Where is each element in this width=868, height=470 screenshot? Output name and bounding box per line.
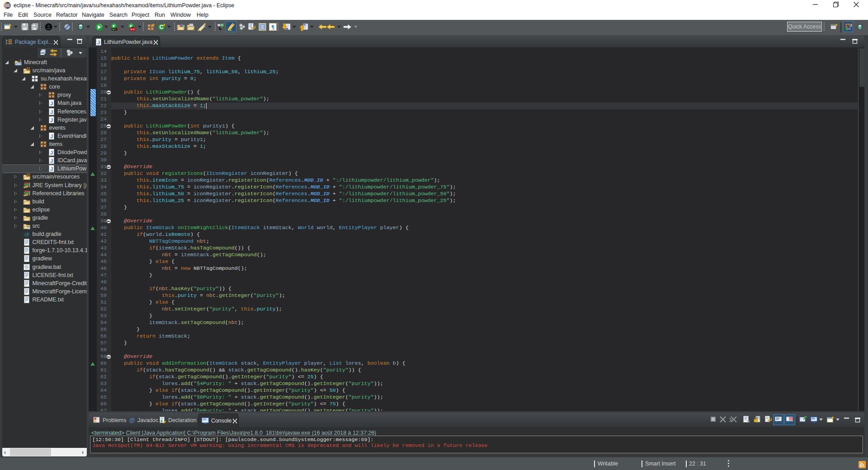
svg-text:J: J (50, 101, 53, 106)
svg-text:¶: ¶ (271, 24, 274, 30)
svg-text:J: J (97, 40, 100, 45)
svg-text:J: J (50, 109, 53, 115)
svg-text:C: C (221, 24, 223, 27)
svg-text:J: J (849, 23, 852, 28)
svg-text:J: J (50, 158, 53, 164)
svg-text:J: J (50, 134, 53, 139)
svg-text:J: J (50, 118, 53, 123)
svg-text:@: @ (129, 417, 135, 423)
svg-text:J: J (50, 150, 53, 155)
svg-text:J: J (50, 166, 53, 172)
svg-text:J: J (19, 59, 21, 63)
